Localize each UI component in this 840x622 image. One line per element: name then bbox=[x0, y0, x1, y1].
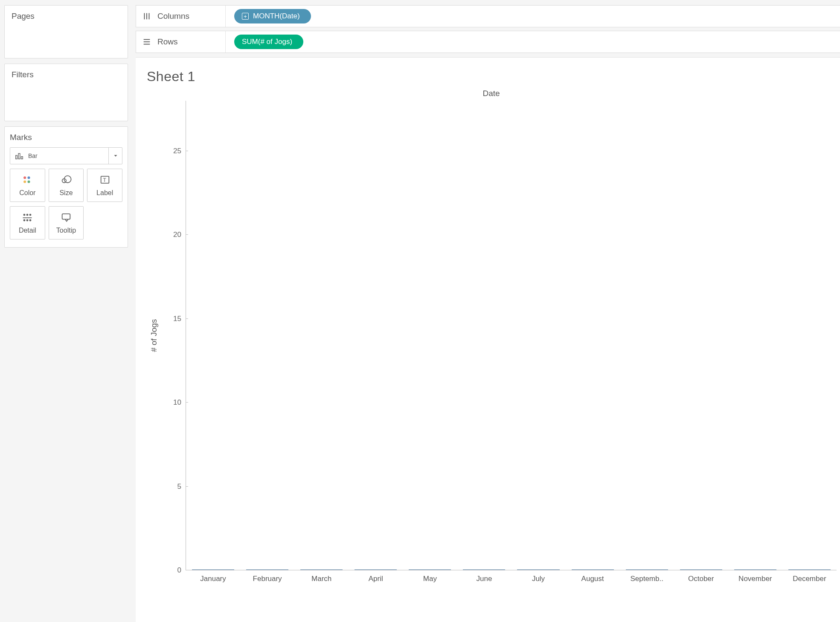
label-icon: T bbox=[99, 174, 111, 186]
x-tick-label: October bbox=[674, 570, 728, 583]
bar-icon bbox=[15, 151, 24, 161]
color-icon bbox=[21, 174, 33, 186]
columns-shelf[interactable]: Columns + MONTH(Date) bbox=[136, 5, 840, 27]
plot-area[interactable] bbox=[186, 101, 837, 570]
bar[interactable] bbox=[355, 569, 397, 570]
svg-point-4 bbox=[28, 176, 30, 179]
bar-slot bbox=[620, 569, 674, 570]
bar-slot bbox=[674, 569, 728, 570]
worksheet-area: Columns + MONTH(Date) Rows SUM(# of Jogs… bbox=[132, 0, 840, 622]
rows-icon bbox=[136, 37, 157, 47]
rows-pill-label: SUM(# of Jogs) bbox=[242, 38, 292, 46]
svg-rect-1 bbox=[18, 154, 20, 159]
columns-pill-label: MONTH(Date) bbox=[253, 12, 300, 20]
mark-type-select[interactable]: Bar bbox=[10, 147, 122, 164]
mark-detail-button[interactable]: Detail bbox=[10, 206, 45, 239]
y-axis-label-wrap: # of Jogs bbox=[146, 101, 162, 570]
filters-title: Filters bbox=[12, 70, 121, 79]
svg-text:T: T bbox=[103, 177, 106, 183]
bar-slot bbox=[728, 569, 782, 570]
x-tick-label: May bbox=[403, 570, 457, 583]
x-axis-labels: JanuaryFebruaryMarchAprilMayJuneJulyAugu… bbox=[186, 570, 837, 583]
tooltip-icon bbox=[60, 211, 72, 223]
columns-icon bbox=[136, 12, 157, 21]
svg-point-13 bbox=[30, 214, 31, 216]
pages-title: Pages bbox=[12, 12, 121, 21]
svg-point-5 bbox=[23, 181, 26, 183]
y-axis-label: # of Jogs bbox=[149, 319, 159, 352]
bar[interactable] bbox=[680, 569, 722, 570]
x-tick-label: January bbox=[186, 570, 240, 583]
mark-color-button[interactable]: Color bbox=[10, 169, 45, 202]
bar-slot bbox=[403, 569, 457, 570]
x-tick-label: Septemb.. bbox=[620, 570, 674, 583]
bar-slot bbox=[294, 569, 349, 570]
mark-tooltip-label: Tooltip bbox=[56, 227, 76, 234]
mark-size-button[interactable]: Size bbox=[49, 169, 84, 202]
bar-slot bbox=[240, 569, 294, 570]
x-tick-label: February bbox=[240, 570, 294, 583]
plus-icon: + bbox=[242, 13, 249, 20]
bar[interactable] bbox=[788, 569, 831, 570]
svg-point-16 bbox=[27, 219, 28, 221]
svg-rect-2 bbox=[21, 157, 23, 159]
rows-label: Rows bbox=[157, 31, 226, 53]
bar[interactable] bbox=[409, 569, 451, 570]
mark-buttons-row1: Color Size T Label bbox=[10, 169, 122, 202]
x-tick-label: March bbox=[294, 570, 349, 583]
columns-pill[interactable]: + MONTH(Date) bbox=[234, 9, 311, 23]
sidebar: Pages Filters Marks Bar bbox=[0, 0, 132, 622]
size-icon bbox=[60, 174, 72, 186]
chart: # of Jogs 0510152025 bbox=[146, 101, 837, 570]
rows-pill[interactable]: SUM(# of Jogs) bbox=[234, 35, 303, 49]
mark-buttons-row2: Detail Tooltip bbox=[10, 206, 122, 239]
bars bbox=[186, 101, 837, 570]
bar-slot bbox=[349, 569, 403, 570]
pages-shelf[interactable]: Pages bbox=[4, 5, 128, 58]
column-header: Date bbox=[146, 89, 837, 98]
x-tick-label: August bbox=[566, 570, 620, 583]
svg-point-12 bbox=[27, 214, 28, 216]
sheet-title[interactable]: Sheet 1 bbox=[147, 69, 837, 85]
app-root: Pages Filters Marks Bar bbox=[0, 0, 840, 622]
y-axis: 0510152025 bbox=[162, 101, 186, 570]
bar[interactable] bbox=[626, 569, 668, 570]
mark-size-label: Size bbox=[59, 189, 73, 197]
chevron-down-icon[interactable] bbox=[108, 148, 122, 164]
bar-slot bbox=[457, 569, 511, 570]
bar[interactable] bbox=[246, 569, 288, 570]
svg-point-15 bbox=[24, 219, 25, 221]
bar-slot bbox=[511, 569, 565, 570]
bar-slot bbox=[186, 569, 240, 570]
y-tick: 0 bbox=[177, 566, 181, 575]
bar[interactable] bbox=[572, 569, 614, 570]
marks-title: Marks bbox=[10, 133, 122, 142]
bar[interactable] bbox=[192, 569, 234, 570]
y-tick: 15 bbox=[173, 315, 181, 323]
y-tick: 10 bbox=[173, 398, 181, 407]
x-tick-label: April bbox=[349, 570, 403, 583]
bar[interactable] bbox=[734, 569, 776, 570]
svg-point-17 bbox=[30, 219, 31, 221]
rows-shelf[interactable]: Rows SUM(# of Jogs) bbox=[136, 31, 840, 53]
x-tick-label: November bbox=[728, 570, 782, 583]
detail-icon bbox=[21, 211, 33, 223]
shelves: Columns + MONTH(Date) Rows SUM(# of Jogs… bbox=[136, 5, 840, 53]
mark-color-label: Color bbox=[19, 189, 35, 197]
bar[interactable] bbox=[517, 569, 559, 570]
columns-label: Columns bbox=[157, 6, 226, 27]
viz-container: Sheet 1 Date # of Jogs 0510152025 Januar… bbox=[136, 57, 840, 622]
svg-point-11 bbox=[24, 214, 25, 216]
x-tick-label: June bbox=[457, 570, 511, 583]
mark-tooltip-button[interactable]: Tooltip bbox=[49, 206, 84, 239]
mark-type-value: Bar bbox=[10, 151, 108, 161]
y-tick: 25 bbox=[173, 147, 181, 155]
svg-point-6 bbox=[28, 181, 30, 183]
bar[interactable] bbox=[463, 569, 505, 570]
filters-shelf[interactable]: Filters bbox=[4, 64, 128, 121]
mark-label-button[interactable]: T Label bbox=[87, 169, 122, 202]
bar-slot bbox=[782, 569, 837, 570]
y-tick: 20 bbox=[173, 231, 181, 239]
bar[interactable] bbox=[300, 569, 343, 570]
marks-card: Marks Bar Color bbox=[4, 126, 128, 248]
